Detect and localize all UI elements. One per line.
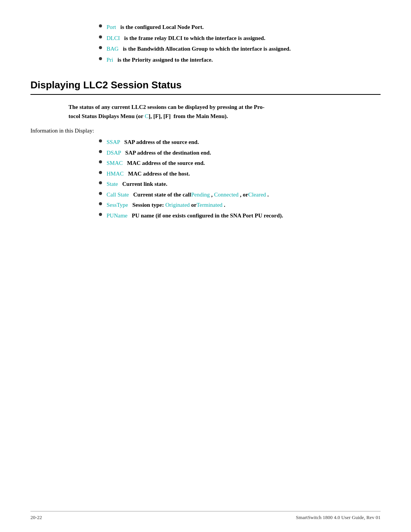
bullet-icon xyxy=(99,171,102,174)
term-ssap: SSAP xyxy=(107,139,120,145)
footer: 20-22 SmartSwitch 1800 4.0 User Guide, R… xyxy=(30,511,381,521)
callstate-pending: Pending xyxy=(191,192,210,198)
intro-oc: C xyxy=(145,113,148,119)
list-item: SessType Session type: Originated orTerm… xyxy=(99,201,381,209)
term-dlci: DLCI xyxy=(107,35,120,41)
list-item: Pri is the Priority assigned to the inte… xyxy=(99,56,381,64)
intro-brackets: ], [F], [F] from the Main Menu). xyxy=(148,113,228,119)
callstate-comma1: , xyxy=(210,192,213,198)
bullet-icon xyxy=(99,24,102,27)
desc-dsap: SAP address of the destination end. xyxy=(125,150,211,156)
sesstype-period: . xyxy=(223,202,226,208)
desc-dlci: is the frame relay DLCI to which the int… xyxy=(124,35,265,41)
bullet-icon xyxy=(99,213,102,216)
footer-title: SmartSwitch 1800 4.0 User Guide, Rev 01 xyxy=(296,514,381,521)
callstate-cleared: Cleared xyxy=(248,192,266,198)
bullet-icon xyxy=(99,35,102,38)
desc-pri: is the Priority assigned to the interfac… xyxy=(118,57,213,63)
section-content: The status of any current LLC2 sessions … xyxy=(30,102,381,220)
intro-paragraph: The status of any current LLC2 sessions … xyxy=(68,102,381,121)
page-container: Port is the configured Local Node Port. … xyxy=(0,0,411,532)
list-item: Call State Current state of the callPend… xyxy=(99,190,381,199)
term-callstate: Call State xyxy=(107,192,129,198)
desc-hmac: MAC address of the host. xyxy=(128,171,190,177)
desc-ssap: SAP address of the source end. xyxy=(124,139,199,145)
term-dsap: DSAP xyxy=(107,150,121,156)
term-hmac: HMAC xyxy=(107,171,124,177)
list-item: BAG is the Bandwidth Allocation Group to… xyxy=(99,45,381,53)
list-item: Port is the configured Local Node Port. xyxy=(99,23,381,32)
bullet-icon xyxy=(99,192,102,195)
list-item: SSAP SAP address of the source end. xyxy=(99,138,381,147)
term-bag: BAG xyxy=(107,46,119,52)
list-item: SMAC MAC address of the source end. xyxy=(99,159,381,168)
bullet-icon xyxy=(99,181,102,184)
callstate-connected: Connected xyxy=(214,192,239,198)
footer-page-number: 20-22 xyxy=(30,514,42,521)
term-port: Port xyxy=(107,24,116,30)
info-label: Information in this Display: xyxy=(30,128,381,134)
desc-puname: PU name (if one exists configured in the… xyxy=(132,212,283,219)
bullet-icon xyxy=(99,150,102,153)
intro-text-2: tocol Status Displays Menu (or xyxy=(68,113,145,119)
top-bullet-list: Port is the configured Local Node Port. … xyxy=(99,23,381,64)
main-bullet-list: SSAP SAP address of the source end. DSAP… xyxy=(99,138,381,220)
bullet-icon xyxy=(99,160,102,163)
callstate-or: , or xyxy=(239,192,248,198)
list-item: PUName PU name (if one exists configured… xyxy=(99,211,381,220)
term-smac: SMAC xyxy=(107,160,123,166)
bullet-icon xyxy=(99,57,102,60)
desc-smac: MAC address of the source end. xyxy=(127,160,205,166)
bullet-icon xyxy=(99,139,102,142)
list-item: HMAC MAC address of the host. xyxy=(99,169,381,178)
desc-sesstype-prefix: Session type: xyxy=(132,202,164,208)
bullet-icon xyxy=(99,46,102,49)
list-item: State Current link state. xyxy=(99,180,381,189)
term-state: State xyxy=(107,181,118,187)
sesstype-terminated: Terminated xyxy=(196,202,222,208)
desc-port: is the configured Local Node Port. xyxy=(120,24,204,30)
intro-text-1: The status of any current LLC2 sessions … xyxy=(68,104,264,110)
term-pri: Pri xyxy=(107,57,113,63)
desc-state: Current link state. xyxy=(122,181,167,187)
list-item: DLCI is the frame relay DLCI to which th… xyxy=(99,34,381,43)
term-puname: PUName xyxy=(107,212,127,219)
desc-callstate-prefix: Current state of the call xyxy=(133,192,191,198)
desc-bag: is the Bandwidth Allocation Group to whi… xyxy=(123,46,291,52)
list-item: DSAP SAP address of the destination end. xyxy=(99,149,381,157)
sesstype-or: or xyxy=(190,202,197,208)
sesstype-originated: Originated xyxy=(165,202,190,208)
term-sesstype: SessType xyxy=(107,202,128,208)
section-title: Displaying LLC2 Session Status xyxy=(30,79,381,95)
callstate-period: . xyxy=(266,192,269,198)
bullet-icon xyxy=(99,202,102,205)
